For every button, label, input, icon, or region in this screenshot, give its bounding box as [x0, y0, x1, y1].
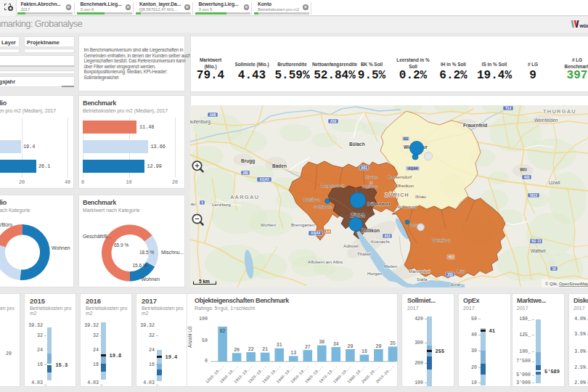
- svg-text:29: 29: [375, 344, 381, 349]
- svg-text:Geschäft/Büro: Geschäft/Büro: [0, 222, 12, 227]
- svg-text:A98: A98: [210, 113, 216, 117]
- svg-text:Zollikon: Zollikon: [362, 228, 380, 233]
- svg-text:65.9 %: 65.9 %: [114, 242, 128, 248]
- svg-text:5 km: 5 km: [199, 279, 210, 284]
- svg-text:18.5 %: 18.5 %: [139, 250, 154, 255]
- svg-text:Schlieren: Schlieren: [314, 204, 332, 209]
- svg-text:Horgen: Horgen: [367, 271, 383, 276]
- svg-text:THURGAU: THURGAU: [543, 108, 576, 115]
- svg-text:5: 5: [201, 201, 203, 205]
- svg-text:Männedorf: Männedorf: [409, 269, 430, 274]
- svg-text:Kloten: Kloten: [365, 174, 378, 179]
- svg-text:Anzahl LG: Anzahl LG: [187, 326, 192, 348]
- svg-text:Affoltern am Albis: Affoltern am Albis: [308, 259, 343, 264]
- svg-text:Lenzburg: Lenzburg: [212, 202, 231, 207]
- svg-text:Zürich: Zürich: [351, 213, 365, 218]
- svg-text:SG 13: SG 13: [531, 240, 541, 243]
- svg-text:A50: A50: [330, 120, 337, 123]
- svg-text:Wohnen: Wohnen: [52, 245, 70, 250]
- svg-text:35: 35: [390, 341, 396, 346]
- svg-text:Illnau: Illnau: [415, 194, 426, 199]
- svg-text:wüe: wüe: [579, 23, 588, 28]
- svg-text:Bassersdorf: Bassersdorf: [388, 174, 412, 179]
- svg-text:© Qlik, OpenStreetMap: © Qlik, OpenStreetMap: [545, 282, 588, 286]
- svg-text:Aarau: Aarau: [190, 201, 196, 206]
- svg-text:34: 34: [333, 342, 339, 347]
- svg-text:Baden: Baden: [272, 163, 287, 168]
- svg-text:443: 443: [524, 176, 530, 179]
- svg-text:A1: A1: [404, 137, 408, 141]
- svg-text:82: 82: [220, 329, 226, 334]
- svg-text:AARGAU: AARGAU: [230, 194, 259, 200]
- svg-text:Wil: Wil: [520, 167, 527, 172]
- svg-text:A51: A51: [361, 166, 367, 170]
- svg-text:5013: 5013: [530, 194, 538, 197]
- svg-text:38: 38: [319, 340, 324, 345]
- svg-text:Thalwil: Thalwil: [357, 251, 371, 256]
- svg-text:27: 27: [305, 345, 311, 350]
- svg-text:Dietikon: Dietikon: [303, 197, 320, 202]
- svg-text:A1|A3: A1|A3: [259, 178, 269, 181]
- svg-text:A3|A4: A3|A4: [311, 232, 320, 235]
- svg-text:Frauenfeld: Frauenfeld: [463, 123, 487, 128]
- svg-text:T14: T14: [505, 107, 511, 110]
- svg-text:Mischnu...: Mischnu...: [161, 250, 184, 255]
- svg-text:Wohnen: Wohnen: [142, 277, 160, 282]
- svg-text:453: 453: [448, 256, 454, 259]
- svg-text:Weinfelden: Weinfelden: [534, 118, 558, 123]
- svg-text:A1|A4: A1|A4: [408, 167, 417, 171]
- svg-text:Wattwil: Wattwil: [531, 248, 546, 253]
- svg-text:Stäfa: Stäfa: [417, 277, 428, 282]
- svg-text:Jona: Jona: [450, 282, 460, 287]
- svg-text:Bremgarten: Bremgarten: [291, 222, 315, 227]
- svg-text:A52: A52: [384, 234, 391, 238]
- svg-text:20: 20: [234, 348, 240, 353]
- svg-text:Geschäft/B...: Geschäft/B...: [83, 234, 112, 239]
- svg-text:22: 22: [248, 347, 254, 352]
- svg-text:Brugg: Brugg: [241, 158, 255, 164]
- svg-text:Effretikon: Effretikon: [395, 183, 415, 188]
- svg-text:29: 29: [347, 344, 353, 349]
- svg-text:13: 13: [290, 351, 296, 356]
- svg-text:16: 16: [552, 267, 556, 271]
- svg-text:21: 21: [262, 347, 268, 352]
- svg-text:Dübendorf: Dübendorf: [367, 201, 391, 206]
- svg-text:Wohlen: Wohlen: [261, 222, 276, 227]
- svg-text:Rüti: Rüti: [457, 269, 465, 274]
- svg-text:16: 16: [362, 349, 367, 354]
- svg-text:Adliswil: Adliswil: [343, 243, 359, 248]
- svg-text:Bülach: Bülach: [349, 142, 365, 147]
- svg-text:Meilen: Meilen: [384, 264, 398, 269]
- svg-text:31: 31: [277, 343, 282, 348]
- svg-text:15.6 %: 15.6 %: [133, 263, 147, 268]
- svg-text:250: 250: [447, 273, 453, 277]
- svg-text:Laufenburg: Laufenburg: [190, 119, 211, 125]
- svg-text:Uzwil: Uzwil: [549, 180, 560, 185]
- svg-text:260: 260: [242, 171, 248, 175]
- svg-text:ZÜRICH: ZÜRICH: [385, 192, 409, 197]
- svg-text:Wetzikon: Wetzikon: [432, 237, 451, 242]
- svg-text:Regensdorf: Regensdorf: [321, 183, 344, 188]
- svg-text:Küsnacht: Küsnacht: [371, 239, 390, 244]
- svg-text:Volketswil: Volketswil: [397, 204, 417, 209]
- svg-text:A4: A4: [326, 230, 330, 234]
